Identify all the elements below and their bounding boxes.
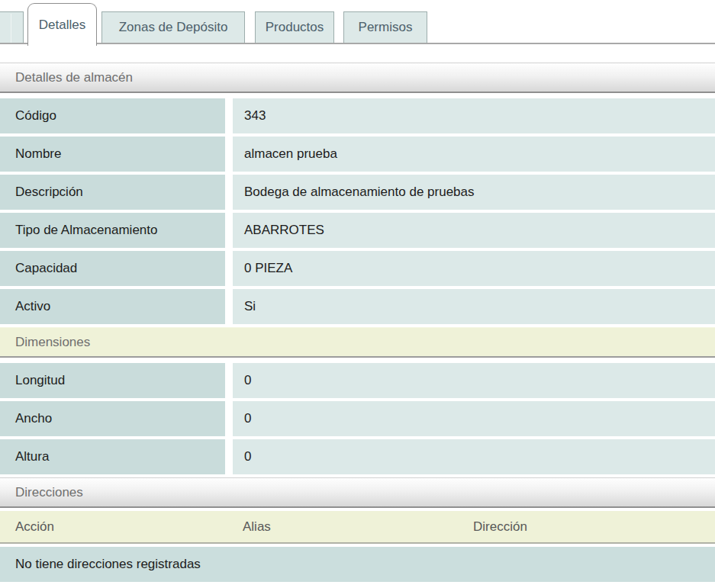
section-title: Direcciones [15,485,83,500]
field-label-ancho: Ancho [0,401,225,436]
field-label-activo: Activo [0,289,225,324]
field-label-tipo-de-almacenamiento: Tipo de Almacenamiento [0,213,225,248]
section-header-dimensiones: Dimensiones [0,327,715,358]
section-title: Dimensiones [15,335,90,350]
tab-detalles-label: Detalles [39,18,85,33]
row-altura: Altura 0 [0,439,715,474]
field-value-longitud: 0 [233,363,715,398]
tab-strip-stub [0,11,24,43]
tab-content-detalles: Detalles de almacén Código 343 Nombre al… [0,63,715,582]
field-label-longitud: Longitud [0,363,225,398]
column-header-accion: Acción [0,519,227,535]
field-value-nombre: almacen prueba [233,137,715,172]
dimensions-rows: Longitud 0 Ancho 0 Altura 0 [0,363,715,474]
row-nombre: Nombre almacen prueba [0,137,715,172]
details-rows: Código 343 Nombre almacen prueba Descrip… [0,98,715,324]
field-label-codigo: Código [0,98,225,133]
row-codigo: Código 343 [0,98,715,133]
tab-detalles[interactable]: Detalles [27,3,97,46]
section-header-detalles-de-almacen: Detalles de almacén [0,63,715,93]
field-value-tipo-de-almacenamiento: ABARROTES [233,213,715,248]
field-label-nombre: Nombre [0,137,225,172]
addresses-empty-message: No tiene direcciones registradas [0,547,715,582]
row-capacidad: Capacidad 0 PIEZA [0,251,715,286]
tab-permisos[interactable]: Permisos [343,11,427,43]
column-header-direccion: Dirección [458,519,715,535]
field-value-altura: 0 [233,439,715,474]
tab-zonas-de-deposito-label: Zonas de Depósito [119,20,228,35]
field-value-capacidad: 0 PIEZA [233,251,715,286]
field-value-descripcion: Bodega de almacenamiento de pruebas [233,175,715,210]
row-longitud: Longitud 0 [0,363,715,398]
addresses-table-header: Acción Alias Dirección [0,511,715,544]
tab-stub-divider [11,14,11,43]
field-label-altura: Altura [0,439,225,474]
row-ancho: Ancho 0 [0,401,715,436]
section-title: Detalles de almacén [15,70,133,85]
row-activo: Activo Si [0,289,715,324]
tab-permisos-label: Permisos [359,20,413,35]
tab-productos[interactable]: Productos [255,11,334,43]
field-value-ancho: 0 [233,401,715,436]
section-header-direcciones: Direcciones [0,477,715,508]
field-value-activo: Si [233,289,715,324]
field-value-codigo: 343 [233,98,715,133]
tab-bar-underline [0,43,715,44]
field-label-capacidad: Capacidad [0,251,225,286]
tab-zonas-de-deposito[interactable]: Zonas de Depósito [101,11,245,43]
row-tipo-de-almacenamiento: Tipo de Almacenamiento ABARROTES [0,213,715,248]
warehouse-details-page: Detalles Zonas de Depósito Productos Per… [0,0,715,588]
field-label-descripcion: Descripción [0,175,225,210]
tab-productos-label: Productos [266,20,324,35]
column-header-alias: Alias [227,519,458,535]
row-descripcion: Descripción Bodega de almacenamiento de … [0,175,715,210]
tab-bar: Detalles Zonas de Depósito Productos Per… [0,0,715,44]
